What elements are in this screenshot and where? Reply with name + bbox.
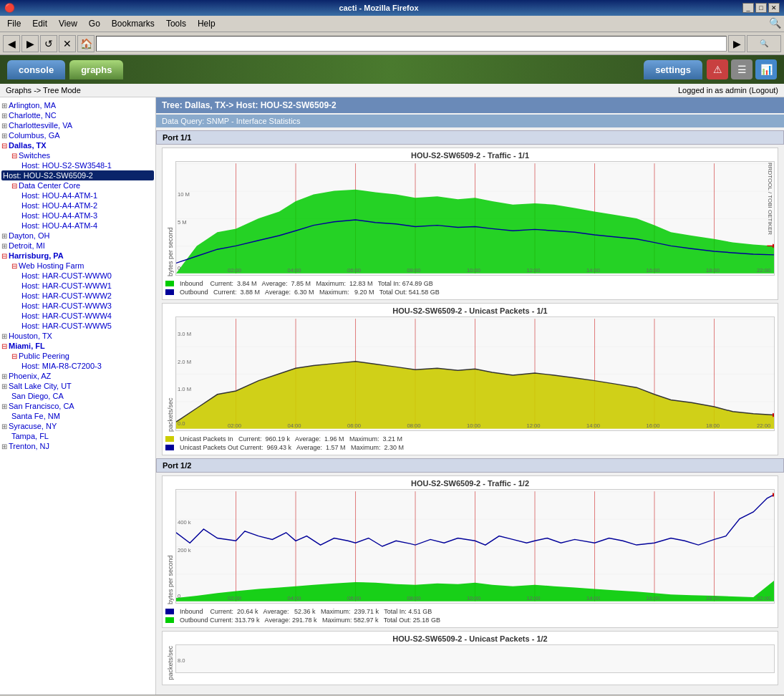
console-button[interactable]: console (7, 60, 65, 79)
window-controls[interactable]: _ □ ✕ (742, 3, 780, 13)
svg-text:12:00: 12:00 (526, 595, 540, 601)
settings-button[interactable]: settings (644, 60, 702, 79)
sidebar-item-host7[interactable]: Host: HAR-CUST-WWW0 (1, 271, 154, 281)
sidebar-item-trenton[interactable]: ⊞Trenton, NJ (1, 441, 154, 451)
reload-button[interactable]: ↺ (40, 35, 57, 52)
sidebar-item-host11[interactable]: Host: HAR-CUST-WWW4 (1, 311, 154, 321)
graphs-button[interactable]: graphs (69, 60, 123, 79)
svg-text:18:00: 18:00 (706, 595, 720, 601)
sidebar-item-host4[interactable]: Host: HOU-A4-ATM-2 (1, 200, 154, 211)
sidebar-item-sanfrancisco[interactable]: ⊞San Francisco, CA (1, 401, 154, 411)
sidebar-item-host2[interactable]: Host: HOU-S2-SW6509-2 (1, 170, 154, 180)
legend-inbound-text: Inbound Current: 3.84 M Average: 7.85 M … (180, 280, 433, 287)
sidebar-item-publicpeering[interactable]: ⊟Public Peering (1, 351, 154, 361)
content-area: Tree: Dallas, TX-> Host: HOU-S2-SW6509-2… (156, 97, 784, 695)
sidebar-item-host1[interactable]: Host: HOU-S2-SW3548-1 (1, 160, 154, 170)
stop-button[interactable]: ✕ (59, 35, 76, 52)
address-bar[interactable]: http://web/cacti/cacti-0.8.6/graph_view.… (96, 36, 727, 52)
maximize-button[interactable]: □ (755, 3, 767, 13)
sidebar-item-host10[interactable]: Host: HAR-CUST-WWW3 (1, 301, 154, 311)
svg-text:06:00: 06:00 (347, 267, 361, 274)
svg-text:10:00: 10:00 (467, 595, 480, 601)
svg-text:400 k: 400 k (178, 519, 191, 526)
menu-edit[interactable]: Edit (28, 17, 52, 30)
sidebar-item-datacenter[interactable]: ⊟Data Center Core (1, 180, 154, 190)
sidebar-item-detroit[interactable]: ⊞Detroit, MI (1, 241, 154, 251)
minimize-button[interactable]: _ (742, 3, 754, 13)
sidebar-item-host8[interactable]: Host: HAR-CUST-WWW1 (1, 281, 154, 291)
svg-text:18:00: 18:00 (706, 267, 720, 274)
sidebar-item-host9[interactable]: Host: HAR-CUST-WWW2 (1, 291, 154, 301)
legend-outbound-1-2-color (165, 617, 174, 623)
sidebar-item-dayton[interactable]: ⊞Dayton, OH (1, 231, 154, 241)
chart-svg-traffic-1-2: 400 k 200 k 0 02:00 04:00 06:00 08:00 10… (175, 489, 775, 604)
sidebar-item-host6[interactable]: Host: HOU-A4-ATM-4 (1, 221, 154, 231)
menu-file[interactable]: File (3, 17, 25, 30)
sidebar-item-columbus[interactable]: ⊞Columbus, GA (1, 130, 154, 140)
svg-text:06:00: 06:00 (347, 422, 361, 429)
menu-tools[interactable]: Tools (162, 17, 190, 30)
home-button[interactable]: 🏠 (77, 35, 95, 52)
svg-text:8.0: 8.0 (178, 657, 185, 664)
sidebar-item-tampa[interactable]: Tampa, FL (1, 431, 154, 441)
sidebar-item-charlotte[interactable]: ⊞Charlotte, NC (1, 110, 154, 120)
svg-text:06:00: 06:00 (347, 595, 361, 601)
yaxis-label-traffic-1-1: bytes per second (165, 161, 175, 278)
search-button[interactable]: 🔍 (747, 35, 781, 52)
back-button[interactable]: ◀ (3, 35, 20, 52)
chart-unicast-1-2: 8.0 (175, 644, 775, 673)
svg-text:12:00: 12:00 (526, 422, 540, 429)
sidebar-item-host13[interactable]: Host: MIA-R8-C7200-3 (1, 361, 154, 371)
content-header: Tree: Dallas, TX-> Host: HOU-S2-SW6509-2 (156, 97, 784, 113)
yaxis-label-traffic-1-2: bytes per second (165, 489, 175, 606)
sidebar-item-harrisburg[interactable]: ⊟Harrisburg, PA (1, 251, 154, 261)
port-1-1-header: Port 1/1 (156, 130, 784, 145)
svg-text:1.0 M: 1.0 M (178, 386, 191, 392)
sidebar-item-houston[interactable]: ⊞Houston, TX (1, 331, 154, 341)
sidebar-item-miami[interactable]: ⊟Miami, FL (1, 341, 154, 351)
address-go-button[interactable]: ▶ (728, 35, 745, 52)
svg-marker-76 (773, 493, 775, 497)
sidebar-item-charlottesville[interactable]: ⊞Charlottesville, VA (1, 120, 154, 130)
sidebar-item-host5[interactable]: Host: HOU-A4-ATM-3 (1, 211, 154, 221)
sidebar-item-phoenix[interactable]: ⊞Phoenix, AZ (1, 371, 154, 381)
svg-text:2.0 M: 2.0 M (178, 359, 191, 365)
legend-outbound-text: Outbound Current: 3.88 M Average: 6.30 M… (180, 289, 440, 296)
sidebar-item-webhosting[interactable]: ⊟Web Hosting Farm (1, 261, 154, 271)
graph-traffic-1-1: HOU-S2-SW6509-2 - Traffic - 1/1 bytes pe… (162, 148, 778, 300)
svg-text:10 M: 10 M (178, 191, 190, 198)
search-icon[interactable]: 🔍 (769, 17, 781, 30)
menu-help[interactable]: Help (193, 17, 220, 30)
sidebar-item-saltlake[interactable]: ⊞Salt Lake City, UT (1, 381, 154, 391)
yaxis-label-unicast-1-1: packets/sec (165, 316, 175, 433)
list-icon-button[interactable]: ☰ (731, 59, 752, 79)
graph-title-traffic-1-1: HOU-S2-SW6509-2 - Traffic - 1/1 (165, 151, 775, 160)
sidebar-item-syracuse[interactable]: ⊞Syracuse, NY (1, 421, 154, 431)
graph-unicast-1-2: HOU-S2-SW6509-2 - Unicast Packets - 1/2 … (162, 631, 778, 685)
svg-text:22:00: 22:00 (757, 422, 770, 429)
chart-icon-button[interactable]: 📊 (755, 59, 777, 79)
sidebar-item-arlington[interactable]: ⊞Arlington, MA (1, 100, 154, 110)
svg-text:0: 0 (178, 593, 180, 599)
sidebar-item-switches[interactable]: ⊟Switches (1, 150, 154, 160)
svg-marker-51 (773, 413, 775, 417)
sidebar-item-host12[interactable]: Host: HAR-CUST-WWW5 (1, 321, 154, 331)
menu-view[interactable]: View (54, 17, 82, 30)
content-subheader: Data Query: SNMP - Interface Statistics (156, 115, 784, 127)
title-bar: 🔴 cacti - Mozilla Firefox _ □ ✕ (0, 0, 784, 16)
menu-bookmarks[interactable]: Bookmarks (107, 17, 159, 30)
sidebar-item-santafe[interactable]: Santa Fe, NM (1, 411, 154, 421)
svg-text:5 M: 5 M (178, 219, 187, 226)
close-button[interactable]: ✕ (768, 3, 780, 13)
svg-text:02:00: 02:00 (228, 595, 241, 601)
alert-icon-button[interactable]: ⚠ (707, 59, 728, 79)
menu-go[interactable]: Go (84, 17, 105, 30)
sidebar-item-dallas[interactable]: ⊟Dallas, TX (1, 140, 154, 150)
forward-button[interactable]: ▶ (21, 35, 39, 52)
sidebar-item-sandiego[interactable]: San Diego, CA (1, 391, 154, 401)
svg-text:22:00: 22:00 (757, 267, 770, 274)
svg-text:02:00: 02:00 (228, 422, 241, 429)
svg-text:14:00: 14:00 (586, 267, 600, 274)
sidebar-item-host3[interactable]: Host: HOU-A4-ATM-1 (1, 190, 154, 200)
graph-title-unicast-1-2: HOU-S2-SW6509-2 - Unicast Packets - 1/2 (165, 634, 775, 643)
